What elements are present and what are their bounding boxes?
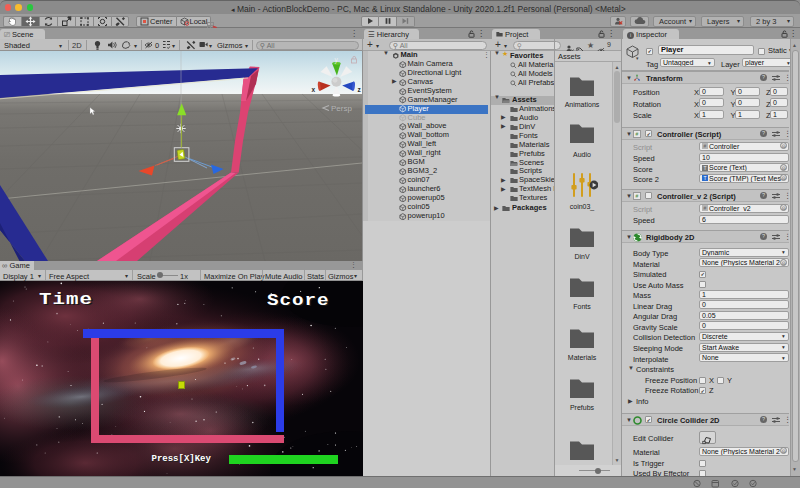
svg-text:x: x [312, 86, 316, 93]
svg-text:Persp: Persp [331, 104, 352, 113]
